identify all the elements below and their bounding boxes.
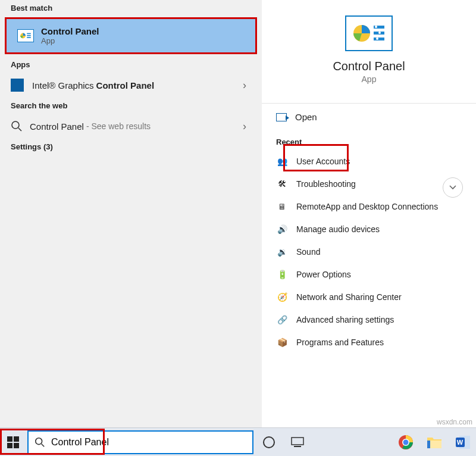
svg-rect-1 xyxy=(27,33,31,35)
svg-rect-15 xyxy=(7,443,12,448)
recent-programs[interactable]: 📦Programs and Features xyxy=(262,331,476,354)
web-suffix: - See web results xyxy=(86,121,151,131)
svg-point-19 xyxy=(264,437,274,448)
intel-label-bold: Control Panel xyxy=(96,80,155,90)
remote-icon: 🖥 xyxy=(276,201,288,213)
result-title: Control Panel xyxy=(41,26,99,36)
svg-line-18 xyxy=(42,443,45,446)
folder-icon xyxy=(427,436,442,449)
windows-icon xyxy=(7,436,19,448)
chevron-down-icon xyxy=(449,183,457,192)
cortana-icon xyxy=(262,436,275,449)
detail-subtitle: App xyxy=(268,74,470,84)
recent-network[interactable]: 🧭Network and Sharing Center xyxy=(262,286,476,308)
settings-header: Settings (3) xyxy=(0,139,262,155)
apps-header: Apps xyxy=(0,57,262,73)
svg-rect-9 xyxy=(374,38,384,40)
search-input[interactable] xyxy=(51,437,252,448)
recent-sound[interactable]: 🔉Sound xyxy=(262,241,476,263)
svg-rect-14 xyxy=(14,436,19,442)
svg-rect-13 xyxy=(7,436,12,442)
taskbar: W xyxy=(0,427,476,456)
word-icon: W xyxy=(455,435,471,450)
intel-label-prefix: Intel® Graphics xyxy=(32,80,94,90)
recent-sharing[interactable]: 🔗Advanced sharing settings xyxy=(262,308,476,331)
programs-icon: 📦 xyxy=(276,336,288,348)
power-icon: 🔋 xyxy=(276,268,288,280)
svg-point-10 xyxy=(375,26,377,28)
search-icon xyxy=(35,437,45,448)
result-web-search[interactable]: Control Panel - See web results › xyxy=(0,114,262,139)
svg-rect-16 xyxy=(14,443,19,448)
task-view-icon xyxy=(291,437,304,448)
svg-point-17 xyxy=(36,438,42,444)
search-icon xyxy=(11,120,23,132)
chrome-icon xyxy=(398,435,414,450)
control-panel-icon xyxy=(17,29,34,42)
recent-power[interactable]: 🔋Power Options xyxy=(262,263,476,286)
annotation-highlight xyxy=(283,144,349,171)
open-button[interactable]: Open xyxy=(262,104,476,130)
troubleshoot-icon: 🛠 xyxy=(276,178,288,190)
taskbar-search[interactable] xyxy=(27,430,253,454)
start-button[interactable] xyxy=(0,428,26,457)
sound-icon: 🔉 xyxy=(276,246,288,258)
taskbar-word[interactable]: W xyxy=(450,429,476,455)
detail-panel: Control Panel App Open Recent 👥User Acco… xyxy=(262,0,476,427)
result-control-panel[interactable]: Control Panel App xyxy=(5,17,257,54)
svg-rect-21 xyxy=(294,446,301,447)
watermark: wsxdn.com xyxy=(437,418,472,426)
recent-remoteapp[interactable]: 🖥RemoteApp and Desktop Connections xyxy=(262,195,476,218)
recent-audio[interactable]: 🔊Manage audio devices xyxy=(262,218,476,241)
search-results-panel: Best match Control Panel App Apps Intel®… xyxy=(0,0,262,427)
svg-point-24 xyxy=(403,439,409,445)
web-query: Control Panel xyxy=(30,121,84,132)
network-icon: 🧭 xyxy=(276,291,288,303)
result-subtitle: App xyxy=(41,36,99,45)
intel-icon xyxy=(11,79,24,92)
svg-line-5 xyxy=(18,128,21,131)
svg-rect-3 xyxy=(27,37,31,38)
cortana-button[interactable] xyxy=(256,429,282,455)
detail-title: Control Panel xyxy=(268,60,470,73)
svg-point-12 xyxy=(376,38,378,40)
taskbar-explorer[interactable] xyxy=(421,429,447,455)
taskbar-chrome[interactable] xyxy=(393,429,419,455)
svg-point-4 xyxy=(12,121,19,129)
open-icon xyxy=(276,113,287,121)
audio-icon: 🔊 xyxy=(276,223,288,235)
open-label: Open xyxy=(295,112,317,122)
chevron-right-icon[interactable]: › xyxy=(238,79,251,92)
svg-rect-2 xyxy=(27,35,31,36)
web-header: Search the web xyxy=(0,98,262,114)
svg-text:W: W xyxy=(457,439,464,446)
control-panel-icon xyxy=(345,15,393,51)
sharing-icon: 🔗 xyxy=(276,314,288,326)
task-view-button[interactable] xyxy=(284,429,311,455)
chevron-right-icon[interactable]: › xyxy=(238,120,251,133)
svg-point-11 xyxy=(378,32,381,34)
svg-rect-26 xyxy=(427,441,430,448)
best-match-header: Best match xyxy=(0,0,262,16)
expand-button[interactable] xyxy=(443,177,463,198)
result-intel-graphics[interactable]: Intel® Graphics Control Panel › xyxy=(0,73,262,98)
svg-rect-20 xyxy=(292,438,303,445)
